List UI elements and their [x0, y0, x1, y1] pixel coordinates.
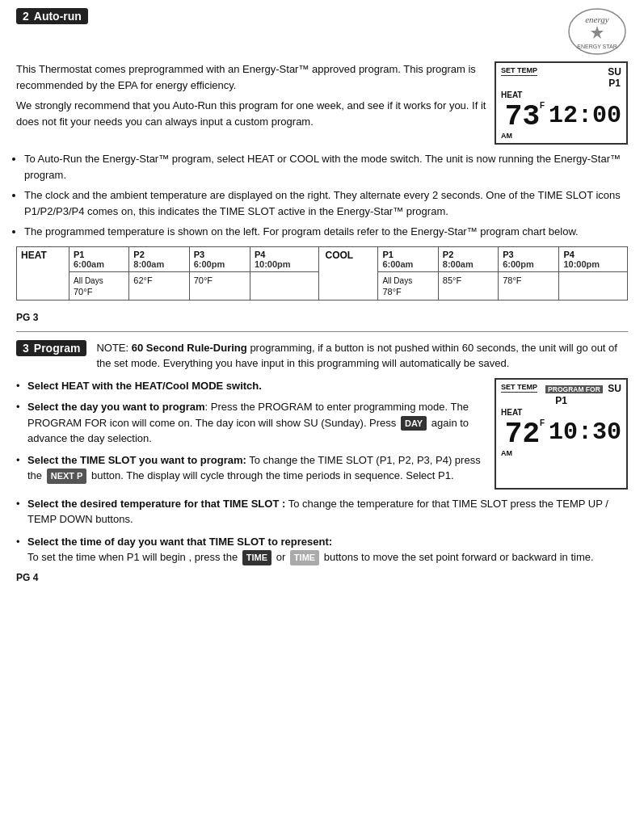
cool-p1-temp: All Days78°F [378, 271, 438, 300]
section2-para2: We strongly recommend that you Auto-Run … [16, 98, 486, 129]
heat-p2-temp: 62°F [129, 271, 189, 300]
pg3-label: PG 3 [16, 312, 38, 323]
time-value-1: 12:00 [549, 103, 621, 128]
section3-title: Program [34, 342, 81, 355]
heat-p1-temp: All Days70°F [69, 271, 129, 300]
section2-bullet3: The programmed temperature is shown on t… [24, 224, 628, 240]
am-label-1: AM [501, 132, 512, 140]
heat-p4-label: P410:00pm [250, 246, 318, 271]
section2-para1: This Thermostat comes preprogrammed with… [16, 61, 486, 93]
deg-label-1: F [540, 101, 545, 110]
note-bold: 60 Second Rule-During [132, 342, 247, 354]
section3-bullet5: • Select the time of day you want that T… [16, 534, 628, 565]
thermostat-display-2: SET TEMP PROGRAM FOR SU P1 HEAT 72 F AM [495, 378, 628, 490]
prog-for-label: PROGRAM FOR [545, 385, 603, 393]
su-label-2: SU [608, 383, 621, 394]
section3-bullet3: Select the TIME SLOT you want to program… [16, 452, 486, 484]
section2-bullets: To Auto-Run the Energy-Star™ program, se… [24, 151, 628, 240]
heat-p3-label: P36:00pm [189, 246, 250, 271]
thermostat-display-1: SET TEMP SU P1 HEAT 73 F AM 12:00 [495, 61, 628, 145]
section3-note: NOTE: 60 Second Rule-During programming,… [96, 340, 628, 372]
note-label: NOTE: [96, 342, 128, 354]
pg3-row: PG 3 [16, 312, 628, 323]
am-label-2: AM [501, 449, 512, 457]
time-button-2[interactable]: TIME [290, 550, 319, 565]
section3-bullet2: Select the day you want to program: Pres… [16, 399, 486, 447]
su-label-1: SU [608, 66, 621, 78]
deg-label-2: F [540, 418, 545, 427]
time-value-2: 10:30 [549, 420, 621, 444]
cool-p2-temp: 85°F [438, 271, 498, 300]
section2-title: Auto-run [34, 10, 82, 23]
svg-marker-2 [591, 26, 604, 39]
cool-p3-temp: 78°F [499, 271, 559, 300]
section2-text-block: This Thermostat comes preprogrammed with… [16, 61, 486, 145]
section3-header: 3 Program [16, 340, 86, 356]
time-button-1[interactable]: TIME [242, 550, 271, 565]
cool-p1-label: P16:00am [378, 246, 438, 271]
section3: 3 Program NOTE: 60 Second Rule-During pr… [16, 340, 628, 565]
heat-p3-temp: 70°F [189, 271, 250, 300]
svg-text:ENERGY STAR: ENERGY STAR [577, 44, 617, 49]
section3-bullet4: • Select the desired temperature for tha… [16, 496, 628, 527]
day-button[interactable]: DAY [401, 416, 427, 431]
cool-p4-label: P410:00pm [559, 246, 628, 271]
section2-num: 2 [23, 10, 29, 23]
heat-label-1: HEAT [501, 90, 522, 99]
p1-label-1: P1 [608, 78, 621, 89]
pg4-label: PG 4 [16, 572, 38, 583]
section2-bullet1: To Auto-Run the Energy-Star™ program, se… [24, 151, 628, 183]
section3-num: 3 [23, 342, 29, 355]
temp-value-1: 73 [505, 103, 540, 132]
heat-p4-temp [250, 271, 318, 300]
heat-label-2: HEAT [501, 408, 522, 417]
program-chart: HEAT P16:00am P28:00am P36:00pm P410:00p… [16, 246, 628, 301]
svg-text:energy: energy [585, 15, 609, 24]
heat-section-label: HEAT [17, 246, 69, 300]
section2: 2 Auto-run energy ENERGY STAR This Therm… [16, 8, 628, 240]
p1-label-2: P1 [555, 395, 567, 406]
set-temp-label-2: SET TEMP [501, 383, 537, 393]
heat-p2-label: P28:00am [129, 246, 189, 271]
set-temp-label-1: SET TEMP [501, 66, 537, 76]
cool-section-label: COOL [318, 246, 378, 300]
pg4-row: PG 4 [16, 572, 628, 583]
section2-header: 2 Auto-run [16, 8, 88, 29]
cool-p4-temp [559, 271, 628, 300]
energy-star-logo: energy ENERGY STAR [567, 6, 628, 57]
next-button[interactable]: NEXT P [47, 469, 87, 484]
section2-bullet2: The clock and the ambient temperature ar… [24, 187, 628, 219]
section3-bullet1: Select HEAT with the HEAT/Cool MODE swit… [16, 378, 486, 394]
cool-p2-label: P28:00am [438, 246, 498, 271]
heat-p1-label: P16:00am [69, 246, 129, 271]
section3-bullets: Select HEAT with the HEAT/Cool MODE swit… [16, 378, 486, 490]
temp-value-2: 72 [505, 420, 540, 449]
cool-p3-label: P36:00pm [499, 246, 559, 271]
